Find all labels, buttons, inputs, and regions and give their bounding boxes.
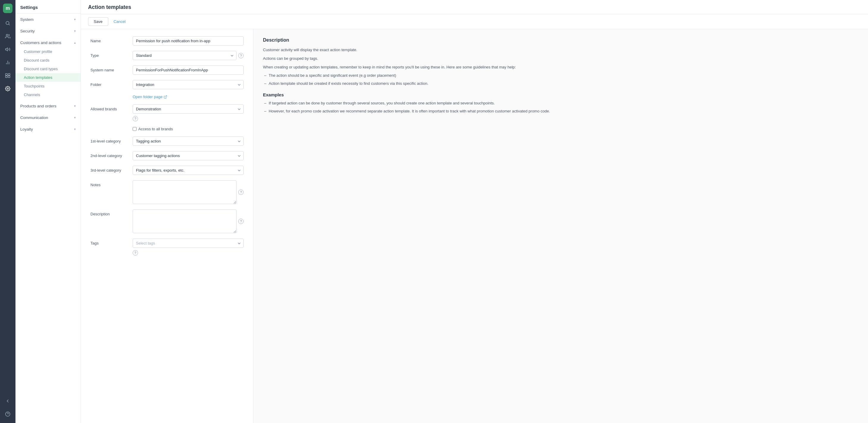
svg-line-1 (9, 24, 9, 25)
sidebar-item-touchpoints[interactable]: Touchpoints (16, 82, 81, 90)
type-select[interactable]: Standard Custom (133, 51, 237, 60)
access-all-brands-label[interactable]: Access to all brands (138, 127, 173, 131)
sidebar-item-security[interactable]: Security ▾ (16, 27, 81, 36)
category-1-field-wrap: Tagging action Purchase Other (133, 137, 244, 146)
svg-rect-8 (8, 73, 10, 75)
category-1-select[interactable]: Tagging action Purchase Other (133, 137, 244, 146)
sidebar-section-products: Products and orders ▾ (16, 100, 81, 112)
chevron-products-icon: ▾ (74, 104, 76, 108)
page-title: Action templates (88, 4, 861, 10)
description-help-icon[interactable]: ? (238, 219, 244, 224)
tags-row: Tags Select tags ? (90, 239, 244, 255)
svg-rect-10 (8, 76, 10, 78)
sidebar-item-system[interactable]: System ▾ (16, 15, 81, 24)
sidebar-item-discount-cards[interactable]: Discount cards (16, 56, 81, 65)
allowed-brands-select[interactable]: Demonstration All brands (133, 104, 244, 114)
svg-rect-7 (6, 73, 7, 75)
notes-label: Notes (90, 180, 129, 187)
sidebar-section-system: System ▾ (16, 14, 81, 25)
access-all-brands-checkbox[interactable] (133, 127, 136, 131)
svg-marker-3 (6, 48, 8, 51)
type-help-icon[interactable]: ? (238, 53, 244, 58)
access-all-brands-row: Access to all brands (133, 127, 244, 131)
allowed-brands-label: Allowed brands (90, 104, 129, 111)
name-input[interactable] (133, 36, 244, 46)
campaigns-nav-icon[interactable] (2, 44, 13, 55)
system-name-input[interactable] (133, 65, 244, 75)
cancel-link[interactable]: Cancel (111, 18, 128, 26)
sidebar-item-products-and-orders[interactable]: Products and orders ▾ (16, 101, 81, 111)
collapse-nav-icon[interactable] (2, 396, 13, 406)
name-label: Name (90, 36, 129, 43)
chevron-loyalty-icon: ▾ (74, 127, 76, 131)
toolbar: Save Cancel (81, 14, 868, 29)
category-3-label: 3rd-level category (90, 166, 129, 173)
type-label: Type (90, 51, 129, 58)
sidebar-item-action-templates[interactable]: Action templates (16, 73, 81, 82)
open-folder-link[interactable]: Open folder page (133, 95, 244, 99)
category-2-select[interactable]: Customer tagging actions Other (133, 151, 244, 160)
allowed-brands-row: Allowed brands Demonstration All brands … (90, 104, 244, 121)
svg-rect-9 (6, 76, 7, 78)
chevron-customers-icon: ▴ (74, 41, 76, 44)
category-2-field-wrap: Customer tagging actions Other (133, 151, 244, 160)
tags-help-icon[interactable]: ? (133, 250, 138, 255)
description-field-wrap: ? (133, 209, 244, 233)
notes-help-icon[interactable]: ? (238, 189, 244, 195)
sidebar-section-communication: Communication ▾ (16, 112, 81, 123)
type-field-wrap: Standard Custom ? (133, 51, 244, 60)
system-name-row: System name (90, 65, 244, 75)
svg-point-11 (7, 88, 9, 90)
desc-panel-title: Description (263, 37, 859, 43)
reports-nav-icon[interactable] (2, 57, 13, 68)
sidebar-item-loyalty[interactable]: Loyalty ▾ (16, 125, 81, 134)
sidebar-section-security: Security ▾ (16, 25, 81, 37)
main-content: Action templates Save Cancel Name Type S… (81, 0, 868, 423)
name-field-wrap (133, 36, 244, 46)
app-logo[interactable]: m (3, 4, 12, 13)
brands-help-icon[interactable]: ? (133, 116, 138, 121)
sidebar-item-discount-card-types[interactable]: Discount card types (16, 65, 81, 73)
folder-field-wrap: Integration Default (133, 80, 244, 89)
sidebar-item-channels[interactable]: Channels (16, 90, 81, 99)
description-row: Description ? (90, 209, 244, 233)
notes-row: Notes ? (90, 180, 244, 204)
desc-guideline-2: Action template should be created if exi… (263, 81, 859, 87)
search-nav-icon[interactable] (2, 18, 13, 29)
folder-select[interactable]: Integration Default (133, 80, 244, 89)
folder-row: Folder Integration Default (90, 80, 244, 89)
system-name-field-wrap (133, 65, 244, 75)
description-textarea[interactable] (133, 209, 237, 233)
description-label: Description (90, 209, 129, 216)
category-1-label: 1st-level category (90, 137, 129, 143)
help-nav-icon[interactable] (2, 409, 13, 419)
type-row: Type Standard Custom ? (90, 51, 244, 60)
main-body: Name Type Standard Custom ? System name (81, 29, 868, 423)
desc-example-2: However, for each promo code activation … (263, 108, 859, 115)
category-3-row: 3rd-level category Flags for filters, ex… (90, 166, 244, 175)
sidebar-item-customers-and-actions[interactable]: Customers and actions ▴ (16, 38, 81, 47)
description-panel: Description Customer activity will displ… (253, 29, 868, 423)
icon-bar: m (0, 0, 16, 423)
chevron-system-icon: ▾ (74, 18, 76, 22)
form-area: Name Type Standard Custom ? System name (81, 29, 253, 423)
settings-nav-icon[interactable] (2, 83, 13, 94)
category-2-row: 2nd-level category Customer tagging acti… (90, 151, 244, 160)
chevron-communication-icon: ▾ (74, 116, 76, 120)
sidebar-item-customer-profile[interactable]: Customer profile (16, 47, 81, 56)
allowed-brands-field-wrap: Demonstration All brands ? (133, 104, 244, 121)
category-3-select[interactable]: Flags for filters, exports, etc. Other (133, 166, 244, 175)
integrations-nav-icon[interactable] (2, 70, 13, 81)
sidebar: Settings System ▾ Security ▾ Customers a… (16, 0, 81, 423)
save-button[interactable]: Save (88, 17, 108, 26)
sidebar-item-communication[interactable]: Communication ▾ (16, 113, 81, 122)
sidebar-section-customers: Customers and actions ▴ Customer profile… (16, 37, 81, 100)
tags-select[interactable]: Select tags (133, 239, 244, 248)
notes-field-wrap: ? (133, 180, 244, 204)
desc-example-1: If targeted action can be done by custom… (263, 100, 859, 107)
desc-examples-title: Examples (263, 92, 859, 97)
notes-textarea[interactable] (133, 180, 237, 204)
customers-nav-icon[interactable] (2, 31, 13, 42)
tags-field-wrap: Select tags ? (133, 239, 244, 255)
page-header: Action templates (81, 0, 868, 14)
